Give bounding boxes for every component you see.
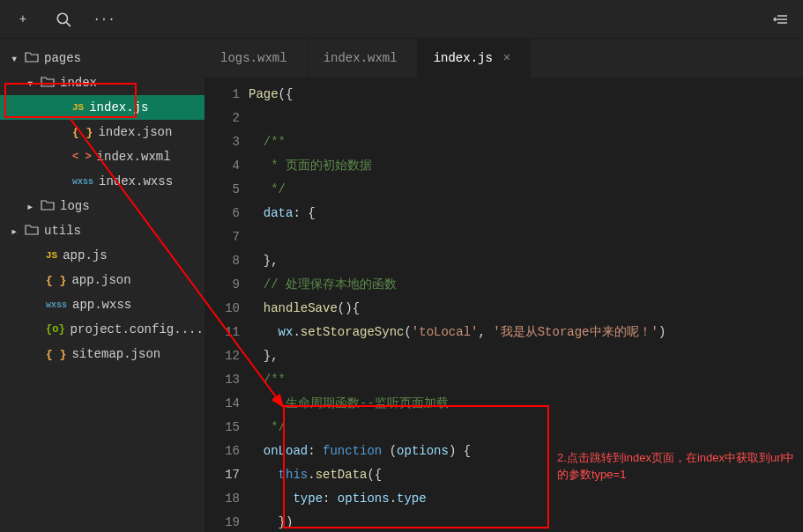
tab-label: index.wxml: [323, 51, 398, 65]
line-number: 7: [204, 225, 240, 249]
line-number: 4: [204, 154, 240, 178]
line-number: 2: [204, 107, 240, 130]
line-number: 16: [204, 440, 240, 463]
sidebar-item-label: index.js: [89, 100, 148, 115]
sidebar-item-utils[interactable]: ▸utils: [0, 218, 204, 243]
sidebar-item-label: logs: [60, 199, 90, 213]
line-gutter: 1234567891011121314151617181920: [204, 78, 249, 532]
sidebar-item-index[interactable]: ▾index: [0, 70, 204, 95]
tab-label: index.js: [434, 51, 493, 65]
chevron-icon: ▾: [26, 76, 35, 91]
folder-icon: [25, 50, 39, 66]
editor-tabs: logs.wxmlindex.wxmlindex.js×: [204, 39, 803, 78]
code-line[interactable]: data: {: [249, 202, 803, 225]
sidebar-item-label: pages: [44, 51, 81, 65]
sidebar-item-label: utils: [44, 224, 81, 238]
wxss-icon: wxss: [72, 177, 93, 187]
line-number: 5: [204, 178, 240, 202]
line-number: 11: [204, 321, 240, 344]
search-button[interactable]: [44, 2, 83, 37]
line-number: 13: [204, 368, 240, 392]
sidebar-item-logs[interactable]: ▸logs: [0, 194, 204, 218]
json-icon: { }: [72, 126, 93, 139]
code-line[interactable]: * 生命周期函数--监听页面加载: [249, 392, 803, 416]
wxml-icon: < >: [72, 151, 92, 163]
code-line[interactable]: [249, 225, 803, 249]
sidebar-item-label: index.wxml: [97, 150, 171, 164]
code-line[interactable]: type: options.type: [249, 487, 803, 511]
sidebar-item-project-config----[interactable]: {o}project.config....: [0, 317, 204, 342]
code-line[interactable]: },: [249, 249, 803, 273]
explorer-toolbar: + ···: [0, 0, 803, 39]
new-file-button[interactable]: +: [4, 2, 42, 37]
folder-icon: [41, 75, 55, 91]
sidebar-item-label: index: [60, 76, 97, 90]
line-number: 17: [204, 463, 240, 487]
sidebar-item-label: index.wxss: [99, 174, 173, 188]
code-line[interactable]: }): [249, 511, 803, 532]
sidebar-item-pages[interactable]: ▾pages: [0, 46, 204, 70]
code-line[interactable]: */: [249, 416, 803, 440]
wxss-icon: wxss: [46, 300, 67, 310]
line-number: 1: [204, 83, 240, 107]
code-line[interactable]: onLoad: function (options) {: [249, 440, 803, 463]
chevron-icon: ▸: [11, 224, 19, 239]
json-icon: { }: [46, 348, 66, 361]
code-line[interactable]: wx.setStorageSync('toLocal', '我是从Storage…: [249, 321, 803, 344]
sidebar-item-app-wxss[interactable]: wxssapp.wxss: [0, 292, 204, 317]
code-line[interactable]: handleSave(){: [249, 297, 803, 321]
js-icon: JS: [46, 250, 57, 261]
line-number: 10: [204, 297, 240, 321]
sidebar-item-app-json[interactable]: { }app.json: [0, 268, 204, 292]
config-icon: {o}: [46, 323, 65, 336]
sidebar-item-label: project.config....: [71, 322, 204, 336]
line-number: 9: [204, 273, 240, 297]
sidebar-item-index-wxml[interactable]: < >index.wxml: [0, 144, 204, 169]
code-editor[interactable]: Page({ /** * 页面的初始数据 */ data: { }, // 处理…: [249, 78, 803, 532]
sidebar-item-label: sitemap.json: [71, 347, 160, 361]
sidebar-item-index-js[interactable]: JSindex.js: [0, 95, 204, 120]
more-button[interactable]: ···: [85, 2, 123, 37]
svg-line-1: [66, 22, 71, 26]
line-number: 3: [204, 130, 240, 154]
line-number: 6: [204, 202, 240, 225]
line-number: 18: [204, 487, 240, 511]
tab-label: logs.wxml: [220, 51, 287, 65]
file-explorer: ▾pages▾indexJSindex.js{ }index.json< >in…: [0, 39, 204, 532]
sidebar-item-index-json[interactable]: { }index.json: [0, 120, 204, 144]
tab-index-js[interactable]: index.js×: [418, 39, 532, 78]
sidebar-item-app-js[interactable]: JSapp.js: [0, 243, 204, 268]
js-icon: JS: [72, 102, 84, 113]
code-line[interactable]: /**: [249, 130, 803, 154]
line-number: 19: [204, 511, 240, 532]
line-number: 8: [204, 249, 240, 273]
json-icon: { }: [46, 274, 66, 287]
code-line[interactable]: Page({: [249, 83, 803, 107]
close-icon[interactable]: ×: [503, 51, 510, 65]
sidebar-item-label: app.js: [63, 248, 107, 262]
tab-logs-wxml[interactable]: logs.wxml: [204, 39, 308, 78]
code-line[interactable]: /**: [249, 368, 803, 392]
code-line[interactable]: */: [249, 178, 803, 202]
sidebar-item-label: app.json: [71, 273, 130, 287]
code-line[interactable]: this.setData({: [249, 463, 803, 487]
code-line[interactable]: [249, 107, 803, 130]
line-number: 15: [204, 416, 240, 440]
sidebar-item-index-wxss[interactable]: wxssindex.wxss: [0, 169, 204, 194]
chevron-icon: ▸: [26, 199, 35, 214]
line-number: 12: [204, 344, 240, 368]
folder-icon: [25, 223, 39, 239]
folder-icon: [41, 198, 55, 214]
sidebar-item-label: index.json: [98, 125, 172, 139]
sidebar-item-label: app.wxss: [72, 298, 131, 312]
code-line[interactable]: * 页面的初始数据: [249, 154, 803, 178]
line-number: 14: [204, 392, 240, 416]
sidebar-item-sitemap-json[interactable]: { }sitemap.json: [0, 342, 204, 366]
collapse-button[interactable]: [761, 2, 799, 37]
code-line[interactable]: // 处理保存本地的函数: [249, 273, 803, 297]
chevron-icon: ▾: [11, 51, 19, 66]
code-line[interactable]: },: [249, 344, 803, 368]
tab-index-wxml[interactable]: index.wxml: [308, 39, 418, 78]
svg-point-0: [57, 13, 67, 23]
